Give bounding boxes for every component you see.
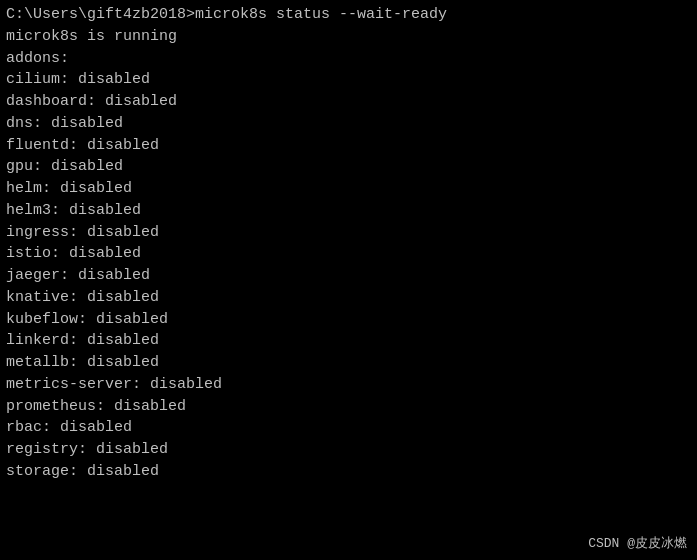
linkerd-line: linkerd: disabled <box>6 330 691 352</box>
helm3-line: helm3: disabled <box>6 200 691 222</box>
istio-line: istio: disabled <box>6 243 691 265</box>
terminal-window: C:\Users\gift4zb2018>microk8s status --w… <box>0 0 697 560</box>
knative-line: knative: disabled <box>6 287 691 309</box>
fluentd-line: fluentd: disabled <box>6 135 691 157</box>
watermark: CSDN @皮皮冰燃 <box>588 534 687 552</box>
helm-line: helm: disabled <box>6 178 691 200</box>
addons-line: addons: <box>6 48 691 70</box>
prometheus-line: prometheus: disabled <box>6 396 691 418</box>
prompt-line: C:\Users\gift4zb2018>microk8s status --w… <box>6 4 691 26</box>
ingress-line: ingress: disabled <box>6 222 691 244</box>
registry-line: registry: disabled <box>6 439 691 461</box>
gpu-line: gpu: disabled <box>6 156 691 178</box>
jaeger-line: jaeger: disabled <box>6 265 691 287</box>
metrics-server-line: metrics-server: disabled <box>6 374 691 396</box>
status-line: microk8s is running <box>6 26 691 48</box>
dashboard-line: dashboard: disabled <box>6 91 691 113</box>
rbac-line: rbac: disabled <box>6 417 691 439</box>
metallb-line: metallb: disabled <box>6 352 691 374</box>
cilium-line: cilium: disabled <box>6 69 691 91</box>
storage-line: storage: disabled <box>6 461 691 483</box>
kubeflow-line: kubeflow: disabled <box>6 309 691 331</box>
dns-line: dns: disabled <box>6 113 691 135</box>
terminal-output: C:\Users\gift4zb2018>microk8s status --w… <box>6 4 691 483</box>
